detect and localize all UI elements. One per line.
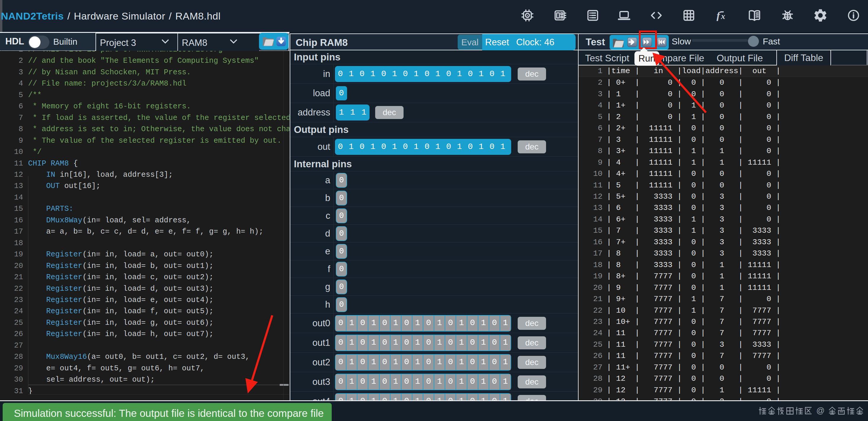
- svg-text:x: x: [721, 11, 725, 21]
- svg-text:f: f: [717, 10, 721, 21]
- svg-text:@: @: [816, 406, 825, 415]
